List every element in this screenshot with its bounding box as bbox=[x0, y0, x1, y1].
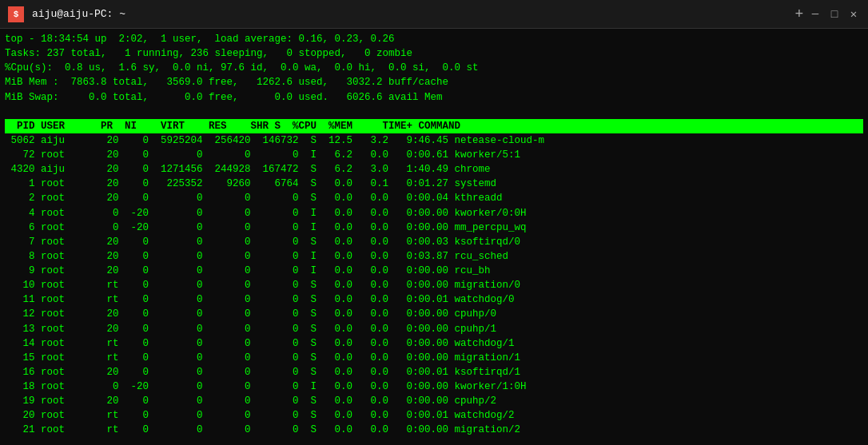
table-row: 21 root rt 0 0 0 0 S 0.0 0.0 0:00.00 mig… bbox=[5, 423, 863, 437]
table-row: 6 root 0 -20 0 0 0 I 0.0 0.0 0:00.00 mm_… bbox=[5, 221, 863, 235]
cpu-row: %Cpu(s): 0.8 us, 1.6 sy, 0.0 ni, 97.6 id… bbox=[5, 61, 863, 75]
maximize-button[interactable]: □ bbox=[828, 8, 841, 21]
table-row: 2 root 20 0 0 0 0 S 0.0 0.0 0:00.04 kthr… bbox=[5, 191, 863, 205]
mem-row: MiB Mem : 7863.8 total, 3569.0 free, 126… bbox=[5, 75, 863, 89]
minimize-button[interactable]: ─ bbox=[809, 8, 822, 21]
title-bar: $ aiju@aiju-PC: ~ + ─ □ ✕ bbox=[0, 0, 868, 29]
table-row: 13 root 20 0 0 0 0 S 0.0 0.0 0:00.00 cpu… bbox=[5, 322, 863, 336]
close-button[interactable]: ✕ bbox=[847, 8, 860, 21]
table-row: 1 root 20 0 225352 9260 6764 S 0.0 0.1 0… bbox=[5, 177, 863, 191]
table-row: 5062 aiju 20 0 5925204 256420 146732 S 1… bbox=[5, 133, 863, 148]
swap-row: MiB Swap: 0.0 total, 0.0 free, 0.0 used.… bbox=[5, 90, 863, 105]
table-row: 19 root 20 0 0 0 0 S 0.0 0.0 0:00.00 cpu… bbox=[5, 394, 863, 408]
process-list: 5062 aiju 20 0 5925204 256420 146732 S 1… bbox=[5, 133, 863, 438]
terminal-body: top - 18:34:54 up 2:02, 1 user, load ave… bbox=[0, 29, 868, 445]
table-row: 18 root 0 -20 0 0 0 I 0.0 0.0 0:00.00 kw… bbox=[5, 379, 863, 394]
table-row: 12 root 20 0 0 0 0 S 0.0 0.0 0:00.00 cpu… bbox=[5, 307, 863, 321]
table-row: 14 root rt 0 0 0 0 S 0.0 0.0 0:00.00 wat… bbox=[5, 336, 863, 351]
new-tab-button[interactable]: + bbox=[790, 5, 809, 24]
empty-line bbox=[5, 105, 863, 119]
column-header: PID USER PR NI VIRT RES SHR S %CPU %MEM … bbox=[5, 119, 863, 133]
window-title: aiju@aiju-PC: ~ bbox=[32, 8, 782, 20]
table-row: 7 root 20 0 0 0 0 S 0.0 0.0 0:00.03 ksof… bbox=[5, 235, 863, 249]
terminal-icon: $ bbox=[8, 6, 24, 22]
table-row: 9 root 20 0 0 0 0 I 0.0 0.0 0:00.00 rcu_… bbox=[5, 264, 863, 278]
window-controls: ─ □ ✕ bbox=[809, 8, 860, 21]
table-row: 4 root 0 -20 0 0 0 I 0.0 0.0 0:00.00 kwo… bbox=[5, 206, 863, 221]
table-row: 10 root rt 0 0 0 0 S 0.0 0.0 0:00.00 mig… bbox=[5, 278, 863, 292]
table-row: 16 root 20 0 0 0 0 S 0.0 0.0 0:00.01 kso… bbox=[5, 365, 863, 379]
table-row: 20 root rt 0 0 0 0 S 0.0 0.0 0:00.01 wat… bbox=[5, 408, 863, 423]
table-row: 72 root 20 0 0 0 0 I 6.2 0.0 0:00.61 kwo… bbox=[5, 148, 863, 162]
table-row: 15 root rt 0 0 0 0 S 0.0 0.0 0:00.00 mig… bbox=[5, 351, 863, 365]
table-row: 11 root rt 0 0 0 0 S 0.0 0.0 0:00.01 wat… bbox=[5, 292, 863, 307]
table-row: 4320 aiju 20 0 1271456 244928 167472 S 6… bbox=[5, 162, 863, 177]
tasks-row: Tasks: 237 total, 1 running, 236 sleepin… bbox=[5, 46, 863, 61]
top-header-line: top - 18:34:54 up 2:02, 1 user, load ave… bbox=[5, 32, 863, 46]
table-row: 8 root 20 0 0 0 0 I 0.0 0.0 0:03.87 rcu_… bbox=[5, 249, 863, 264]
